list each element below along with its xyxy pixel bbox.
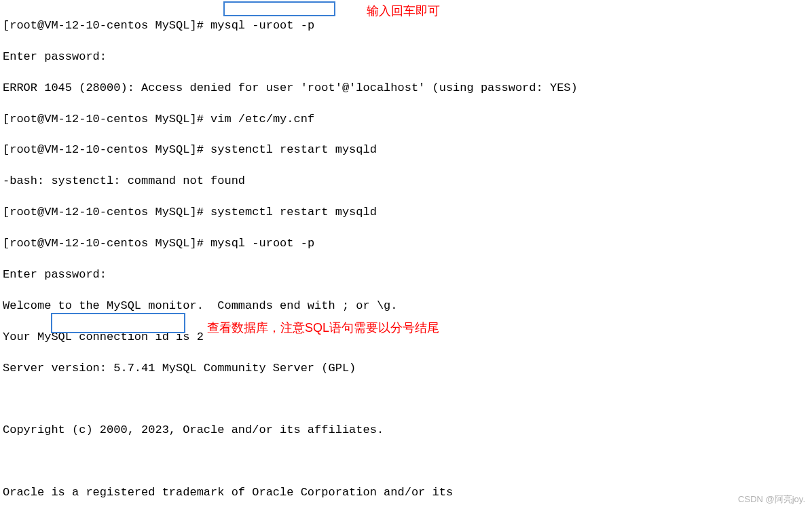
output-line: Copyright (c) 2000, 2023, Oracle and/or … — [3, 423, 809, 438]
shell-prompt: [root@VM-12-10-centos MySQL]# — [3, 206, 210, 219]
command-text: systemctl restart mysqld — [210, 206, 377, 219]
output-line: Enter password: — [3, 267, 809, 283]
output-line: ERROR 1045 (28000): Access denied for us… — [3, 81, 809, 96]
shell-prompt: [root@VM-12-10-centos MySQL]# — [3, 143, 210, 156]
output-line: Oracle is a registered trademark of Orac… — [3, 485, 809, 501]
output-line: Welcome to the MySQL monitor. Commands e… — [3, 299, 809, 314]
command-text: vim /etc/my.cnf — [210, 113, 314, 126]
output-line — [3, 392, 809, 407]
watermark-text: CSDN @阿亮joy. — [738, 493, 805, 506]
output-line: -bash: systenctl: command not found — [3, 174, 809, 189]
command-text: systenctl restart mysqld — [210, 143, 377, 156]
shell-prompt: [root@VM-12-10-centos MySQL]# — [3, 237, 210, 250]
annotation-2: 查看数据库，注意SQL语句需要以分号结尾 — [207, 320, 439, 336]
prompt-line-1: [root@VM-12-10-centos MySQL]# mysql -uro… — [3, 18, 809, 34]
shell-prompt: [root@VM-12-10-centos MySQL]# — [3, 19, 210, 32]
prompt-line-3: [root@VM-12-10-centos MySQL]# systenctl … — [3, 143, 809, 158]
prompt-line-2: [root@VM-12-10-centos MySQL]# vim /etc/m… — [3, 112, 809, 128]
annotation-1: 输入回车即可 — [367, 3, 440, 19]
output-line — [3, 454, 809, 470]
prompt-line-4: [root@VM-12-10-centos MySQL]# systemctl … — [3, 205, 809, 221]
output-line: Enter password: — [3, 50, 809, 65]
terminal-output: [root@VM-12-10-centos MySQL]# mysql -uro… — [3, 3, 809, 511]
prompt-line-5: [root@VM-12-10-centos MySQL]# mysql -uro… — [3, 236, 809, 252]
output-line: Server version: 5.7.41 MySQL Community S… — [3, 361, 809, 377]
command-text: mysql -uroot -p — [210, 19, 314, 32]
command-text: mysql -uroot -p — [210, 237, 314, 250]
shell-prompt: [root@VM-12-10-centos MySQL]# — [3, 113, 210, 126]
